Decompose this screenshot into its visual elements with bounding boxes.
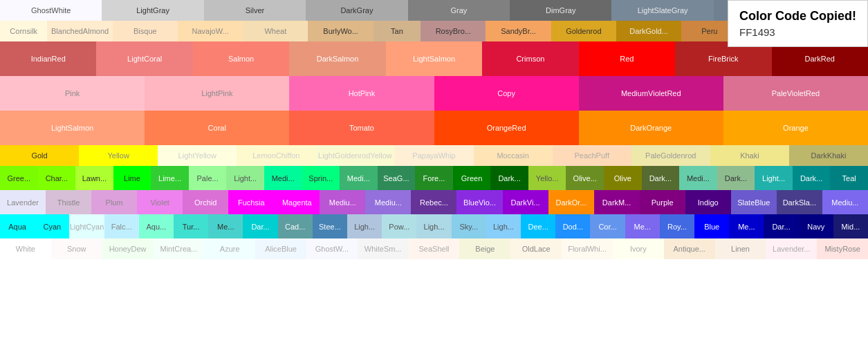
color-cell-AliceBlue[interactable]: AliceBlue: [255, 238, 306, 259]
color-cell-DarkOrange[interactable]: DarkOrange: [579, 111, 723, 145]
color-cell-Cyan[interactable]: Cyan: [35, 214, 69, 238]
color-cell-Pink[interactable]: Pink: [0, 76, 145, 111]
color-cell-HotPink[interactable]: HotPink: [289, 76, 434, 111]
color-cell-Dar---[interactable]: Dar...: [764, 214, 798, 238]
color-cell-Antique---[interactable]: Antique...: [664, 238, 715, 259]
color-cell-PapayaWhip[interactable]: PapayaWhip: [394, 145, 473, 166]
color-cell-WhiteSm---[interactable]: WhiteSm...: [358, 238, 409, 259]
color-cell-LightSalmon[interactable]: LightSalmon: [386, 41, 482, 76]
color-cell-Tomato[interactable]: Tomato: [289, 111, 434, 145]
color-cell-Silver[interactable]: Silver: [204, 0, 306, 21]
color-cell-FloralWhi---[interactable]: FloralWhi...: [562, 238, 613, 259]
color-cell-MintCrea---[interactable]: MintCrea...: [153, 238, 204, 259]
color-cell-Pow---[interactable]: Pow...: [382, 214, 416, 238]
color-cell-Gray[interactable]: Gray: [408, 0, 510, 21]
color-cell-Cor---[interactable]: Cor...: [590, 214, 625, 238]
color-cell-Rebec---[interactable]: Rebec...: [411, 190, 456, 214]
color-cell-Lime---[interactable]: Lime...: [151, 166, 189, 190]
color-cell-Purple[interactable]: Purple: [640, 190, 685, 214]
color-cell-Linen[interactable]: Linen: [715, 238, 766, 259]
color-cell-Salmon[interactable]: Salmon: [193, 41, 289, 76]
color-cell-OldLace[interactable]: OldLace: [510, 238, 562, 259]
color-cell-Tur---[interactable]: Tur...: [174, 214, 208, 238]
color-cell-SandyBr---[interactable]: SandyBr...: [486, 21, 551, 41]
color-cell-OrangeRed[interactable]: OrangeRed: [434, 111, 579, 145]
color-cell-DarkGray[interactable]: DarkGray: [306, 0, 407, 21]
color-cell-Me---[interactable]: Me...: [729, 214, 764, 238]
color-cell-Pale---[interactable]: Pale...: [189, 166, 227, 190]
color-cell-Dod---[interactable]: Dod...: [555, 214, 590, 238]
color-cell-Lavender---[interactable]: Lavender...: [766, 238, 817, 259]
color-cell-Light---[interactable]: Light...: [226, 166, 264, 190]
color-cell-Azure[interactable]: Azure: [204, 238, 255, 259]
color-cell-Mediu---[interactable]: Mediu...: [365, 190, 411, 214]
color-cell-LightCyan[interactable]: LightCyan: [69, 214, 104, 238]
color-cell-LightGoldenrodYellow[interactable]: LightGoldenrodYellow: [315, 145, 394, 166]
color-cell-Crimson[interactable]: Crimson: [482, 41, 578, 76]
color-cell-Blue[interactable]: Blue: [694, 214, 729, 238]
color-cell-Dark---[interactable]: Dark...: [642, 166, 680, 190]
color-cell-Mediu---[interactable]: Mediu...: [320, 190, 365, 214]
color-cell-Moccasin[interactable]: Moccasin: [474, 145, 553, 166]
color-cell-Medi---[interactable]: Medi...: [264, 166, 302, 190]
color-cell-Char---[interactable]: Char...: [38, 166, 76, 190]
color-cell-DarkKhaki[interactable]: DarkKhaki: [789, 145, 868, 166]
color-cell-Cornsilk[interactable]: Cornsilk: [0, 21, 47, 41]
color-cell-LemonChiffon[interactable]: LemonChiffon: [237, 145, 315, 166]
color-cell-Lime[interactable]: Lime: [113, 166, 151, 190]
color-cell-PaleGoldenrod[interactable]: PaleGoldenrod: [631, 145, 710, 166]
color-cell-Aqua[interactable]: Aqua: [0, 214, 35, 238]
color-cell-DarkSalmon[interactable]: DarkSalmon: [289, 41, 385, 76]
color-cell-Tan[interactable]: Tan: [373, 21, 421, 41]
color-cell-Roy---[interactable]: Roy...: [660, 214, 694, 238]
color-cell-LightSlateGray[interactable]: LightSlateGray: [611, 0, 713, 21]
color-cell-Medi---[interactable]: Medi...: [679, 166, 717, 190]
color-cell-Mediu---[interactable]: Mediu...: [822, 190, 868, 214]
color-cell-DarkGold---[interactable]: DarkGold...: [616, 21, 681, 41]
color-cell-DarkOr---[interactable]: DarkOr...: [548, 190, 594, 214]
color-cell-DarkM---[interactable]: DarkM...: [594, 190, 640, 214]
color-cell-NavajoW---[interactable]: NavajoW...: [178, 21, 243, 41]
color-cell-Lavender[interactable]: Lavender: [0, 190, 46, 214]
color-cell-Khaki[interactable]: Khaki: [710, 145, 789, 166]
color-cell-Me---[interactable]: Me...: [208, 214, 243, 238]
color-cell-Orange[interactable]: Orange: [723, 111, 868, 145]
color-cell-Olive---[interactable]: Olive...: [566, 166, 604, 190]
color-cell-Yellow[interactable]: Yellow: [79, 145, 158, 166]
color-cell-Red[interactable]: Red: [579, 41, 675, 76]
color-cell-SeaG---[interactable]: SeaG...: [378, 166, 416, 190]
color-cell-Dark---[interactable]: Dark...: [490, 166, 528, 190]
color-cell-Orchid[interactable]: Orchid: [183, 190, 228, 214]
color-cell-Gold[interactable]: Gold: [0, 145, 79, 166]
color-cell-Dark---[interactable]: Dark...: [793, 166, 831, 190]
color-cell-BurlyWo---[interactable]: BurlyWo...: [308, 21, 373, 41]
color-cell-Beige[interactable]: Beige: [459, 238, 510, 259]
color-cell-Ligh---[interactable]: Ligh...: [416, 214, 451, 238]
color-cell-Violet[interactable]: Violet: [137, 190, 183, 214]
color-cell-MistyRose[interactable]: MistyRose: [817, 238, 868, 259]
color-cell-Ivory[interactable]: Ivory: [613, 238, 664, 259]
color-cell-Fore---[interactable]: Fore...: [415, 166, 453, 190]
color-cell-Bisque[interactable]: Bisque: [113, 21, 178, 41]
color-cell-BlueVio---[interactable]: BlueVio...: [456, 190, 502, 214]
color-cell-LightYellow[interactable]: LightYellow: [158, 145, 237, 166]
color-cell-Ligh---[interactable]: Ligh...: [347, 214, 382, 238]
color-cell-Teal[interactable]: Teal: [830, 166, 868, 190]
color-cell-HoneyDew[interactable]: HoneyDew: [102, 238, 154, 259]
color-cell-Navy[interactable]: Navy: [799, 214, 833, 238]
color-cell-Olive[interactable]: Olive: [604, 166, 642, 190]
color-cell-White[interactable]: White: [0, 238, 51, 259]
color-cell-Dark---[interactable]: Dark...: [717, 166, 755, 190]
color-cell-Gree---[interactable]: Gree...: [0, 166, 38, 190]
color-cell-Lawn---[interactable]: Lawn...: [75, 166, 113, 190]
color-cell-DarkSla---[interactable]: DarkSla...: [777, 190, 822, 214]
color-cell-Thistle[interactable]: Thistle: [46, 190, 91, 214]
color-cell-Dee---[interactable]: Dee...: [521, 214, 555, 238]
color-cell-LightGray[interactable]: LightGray: [102, 0, 203, 21]
color-cell-Stee---[interactable]: Stee...: [313, 214, 347, 238]
color-cell-Green[interactable]: Green: [453, 166, 491, 190]
color-cell-IndianRed[interactable]: IndianRed: [0, 41, 96, 76]
color-cell-Copy[interactable]: Copy: [434, 76, 579, 111]
color-cell-Light---[interactable]: Light...: [755, 166, 793, 190]
color-cell-SeaShell[interactable]: SeaShell: [409, 238, 460, 259]
